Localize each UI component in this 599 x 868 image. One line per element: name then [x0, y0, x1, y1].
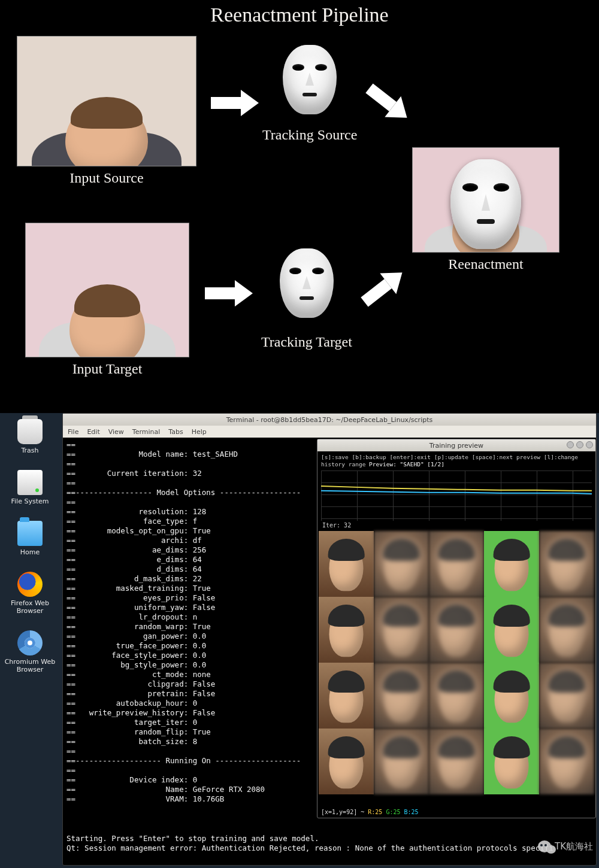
reenactment-pipeline-diagram: Reenactment Pipeline Input Source Input …	[0, 0, 599, 413]
preview-face-cell	[319, 531, 374, 597]
desktop-icon-label: Firefox Web Browser	[3, 599, 57, 615]
preview-face-cell	[539, 597, 594, 663]
arrow-diagonal-down-icon	[361, 78, 415, 128]
chromium-icon	[17, 630, 43, 655]
desktop-icon-label: Chromium Web Browser	[3, 658, 57, 673]
close-icon[interactable]	[586, 441, 593, 448]
input-source-tile: Input Source	[17, 36, 196, 186]
preview-face-cell	[374, 531, 429, 597]
preview-face-cell	[429, 531, 484, 597]
input-target-tile: Input Target	[25, 223, 189, 377]
menu-view[interactable]: View	[108, 428, 124, 436]
menu-file[interactable]: File	[68, 428, 78, 436]
preview-face-cell	[374, 729, 429, 794]
wechat-icon	[538, 840, 551, 852]
menu-tabs[interactable]: Tabs	[168, 428, 183, 436]
reenactment-tile: Reenactment	[412, 147, 559, 272]
tracking-source-mask	[272, 36, 347, 123]
tracking-source-caption: Tracking Source	[262, 127, 357, 143]
tracking-target-tile: Tracking Target	[261, 236, 352, 350]
terminal-footer-line: Qt: Session management error: Authentica…	[66, 843, 553, 852]
input-target-image	[25, 223, 189, 357]
tracking-source-tile: Tracking Source	[262, 36, 357, 143]
input-target-caption: Input Target	[72, 361, 143, 377]
pipeline-title: Reenactment Pipeline	[0, 4, 599, 26]
preview-face-cell	[374, 597, 429, 663]
preview-face-cell	[484, 531, 539, 597]
menu-help[interactable]: Help	[192, 428, 207, 436]
preview-iter-label: Iter: 32	[317, 521, 595, 530]
preview-face-cell	[539, 729, 594, 794]
mask-icon	[450, 159, 521, 249]
terminal-window[interactable]: Terminal - root@8b1dd5bea17D: ~/DeepFace…	[62, 413, 597, 866]
tracking-target-mask	[267, 236, 346, 330]
window-buttons[interactable]	[567, 441, 593, 448]
tracking-target-caption: Tracking Target	[261, 334, 352, 350]
menu-terminal[interactable]: Terminal	[132, 428, 161, 436]
maximize-icon[interactable]	[576, 441, 583, 448]
preview-titlebar[interactable]: Training preview	[317, 439, 595, 451]
terminal-footer-line: Starting. Press "Enter" to stop training…	[66, 834, 319, 843]
desktop-icon-label: File System	[11, 497, 49, 505]
terminal-titlebar[interactable]: Terminal - root@8b1dd5bea17D: ~/DeepFace…	[63, 414, 596, 426]
preview-key-hints: [s]:save [b]:backup [enter]:exit [p]:upd…	[317, 451, 595, 469]
preview-face-cell	[319, 597, 374, 663]
desktop-icon-filesystem[interactable]: File System	[3, 470, 57, 505]
terminal-title-text: Terminal - root@8b1dd5bea17D: ~/DeepFace…	[226, 416, 432, 424]
arrow-diagonal-up-icon	[356, 262, 410, 312]
preview-face-cell	[539, 531, 594, 597]
reenactment-image	[412, 147, 559, 253]
wechat-text: TK航海社	[555, 841, 593, 852]
arrow-right-icon	[205, 280, 253, 306]
desktop-icon-label: Trash	[21, 447, 38, 454]
drive-icon	[17, 470, 43, 495]
preview-face-cell	[484, 729, 539, 794]
mask-icon	[283, 45, 337, 114]
trash-icon	[17, 419, 43, 444]
desktop-icon-firefox[interactable]: Firefox Web Browser	[3, 572, 57, 615]
preview-face-cell	[484, 663, 539, 729]
desktop-icon-trash[interactable]: Trash	[3, 419, 57, 454]
minimize-icon[interactable]	[567, 441, 574, 448]
preview-face-cell	[429, 597, 484, 663]
desktop-icon-label: Home	[20, 548, 40, 556]
folder-icon	[17, 521, 43, 546]
menu-edit[interactable]: Edit	[87, 428, 99, 436]
mask-icon	[280, 248, 334, 318]
desktop-icon-chromium[interactable]: Chromium Web Browser	[3, 630, 57, 673]
terminal-menubar[interactable]: FileEditViewTerminalTabsHelp	[63, 426, 596, 438]
linux-desktop-screenshot: Trash File System Home Firefox Web Brows…	[0, 413, 599, 868]
desktop-icons-column: Trash File System Home Firefox Web Brows…	[0, 419, 60, 673]
preview-face-cell	[429, 729, 484, 794]
loss-plot	[321, 471, 592, 521]
preview-face-cell	[429, 663, 484, 729]
preview-face-grid	[319, 531, 594, 794]
preview-face-cell	[319, 729, 374, 794]
firefox-icon	[17, 572, 43, 597]
input-source-image	[17, 36, 196, 166]
arrow-right-icon	[211, 90, 259, 116]
preview-face-cell	[374, 663, 429, 729]
input-source-caption: Input Source	[69, 170, 143, 186]
terminal-footer: Starting. Press "Enter" to stop training…	[66, 824, 592, 863]
wechat-watermark: TK航海社	[538, 840, 593, 852]
reenactment-caption: Reenactment	[448, 256, 523, 272]
desktop-icon-home[interactable]: Home	[3, 521, 57, 556]
training-preview-window[interactable]: Training preview [s]:save [b]:backup [en…	[317, 439, 596, 818]
preview-face-cell	[539, 663, 594, 729]
preview-face-cell	[484, 597, 539, 663]
preview-title-text: Training preview	[429, 442, 483, 450]
preview-status-bar: [x=1,y=92] ~ R:25 G:25 B:25	[321, 809, 419, 815]
preview-face-cell	[319, 663, 374, 729]
